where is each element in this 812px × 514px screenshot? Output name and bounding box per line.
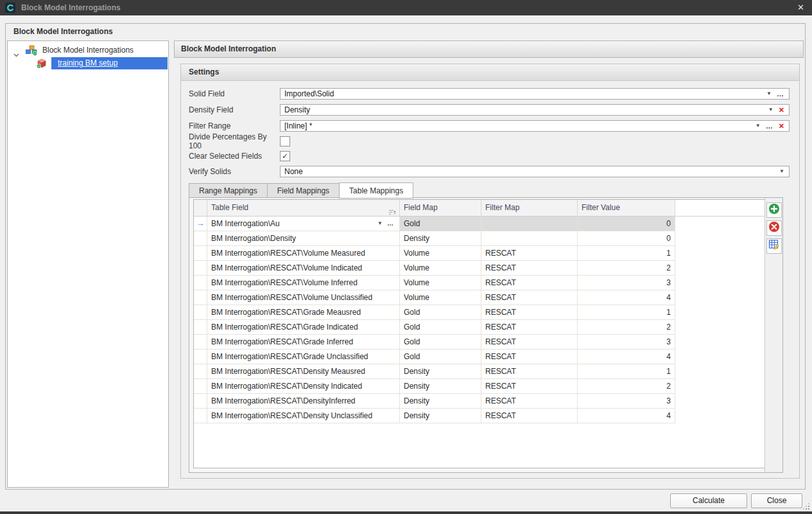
- cell-filter-value[interactable]: 3: [578, 276, 675, 290]
- cell-table-field[interactable]: BM Interrogation\Density: [207, 231, 400, 246]
- cell-table-field[interactable]: BM Interrogation\RESCAT\Density Unclassi…: [207, 409, 400, 423]
- tree-item-label[interactable]: Block Model Interrogations: [42, 46, 134, 55]
- cell-filter-map[interactable]: RESCAT: [481, 276, 578, 290]
- clear-selected-checkbox[interactable]: ✓: [280, 151, 290, 161]
- cell-filter-value[interactable]: 2: [578, 379, 675, 394]
- cell-field-map[interactable]: Gold: [400, 350, 481, 364]
- clear-field-icon[interactable]: ✕: [779, 123, 784, 130]
- cell-filter-value[interactable]: 3: [578, 394, 675, 409]
- cell-filter-map[interactable]: RESCAT: [481, 246, 578, 261]
- cell-field-map[interactable]: Volume: [400, 290, 481, 305]
- cell-table-field[interactable]: BM Interrogation\RESCAT\Volume Inferred: [207, 276, 400, 290]
- close-button[interactable]: Close: [751, 493, 802, 508]
- table-row[interactable]: BM Interrogation\RESCAT\Density Meausred…: [194, 364, 766, 379]
- clear-field-icon[interactable]: ✕: [779, 107, 784, 114]
- cell-field-map[interactable]: Density: [400, 394, 481, 409]
- cell-table-field[interactable]: BM Interrogation\RESCAT\Grade Inferred: [207, 335, 400, 350]
- column-header-filter-map[interactable]: Filter Map: [481, 200, 578, 216]
- table-row[interactable]: BM Interrogation\RESCAT\Grade Unclassifi…: [194, 350, 766, 364]
- cell-filter-value[interactable]: 2: [578, 320, 675, 335]
- cell-field-map[interactable]: Gold: [400, 335, 481, 350]
- solid-field-input[interactable]: Imported\Solid ▼ …: [280, 88, 790, 100]
- cell-field-map[interactable]: Density: [400, 231, 481, 246]
- column-header-field-map[interactable]: Field Map: [400, 200, 481, 216]
- cell-filter-map[interactable]: RESCAT: [481, 290, 578, 305]
- table-row[interactable]: BM Interrogation\RESCAT\Density Indicate…: [194, 379, 766, 394]
- cell-field-map[interactable]: Density: [400, 379, 481, 394]
- ellipsis-button[interactable]: …: [387, 217, 394, 231]
- cell-field-map[interactable]: Density: [400, 364, 481, 379]
- table-row[interactable]: BM Interrogation\RESCAT\Grade IndicatedG…: [194, 320, 766, 335]
- filter-range-input[interactable]: [Inline] * ▼ … ✕: [280, 120, 790, 132]
- close-icon[interactable]: ✕: [797, 0, 804, 15]
- cell-field-map[interactable]: Gold: [400, 217, 481, 231]
- tree-item-training-bm-setup[interactable]: training BM setup: [8, 57, 168, 69]
- tab-range-mappings[interactable]: Range Mappings: [189, 183, 267, 198]
- cell-table-field[interactable]: BM Interrogation\RESCAT\Grade Meausred: [207, 305, 400, 320]
- dropdown-icon[interactable]: ▼: [756, 123, 761, 128]
- verify-solids-select[interactable]: None ▼: [280, 166, 790, 177]
- table-row[interactable]: BM Interrogation\RESCAT\Density Unclassi…: [194, 409, 766, 423]
- add-row-button[interactable]: [766, 202, 782, 218]
- cell-filter-value[interactable]: 2: [578, 261, 675, 276]
- cell-filter-value[interactable]: 1: [578, 305, 675, 320]
- cell-field-map[interactable]: Gold: [400, 320, 481, 335]
- cell-filter-value[interactable]: 1: [578, 364, 675, 379]
- cell-filter-value[interactable]: 3: [578, 335, 675, 350]
- cell-filter-map[interactable]: RESCAT: [481, 379, 578, 394]
- cell-field-map[interactable]: Volume: [400, 276, 481, 290]
- cell-table-field[interactable]: BM Interrogation\RESCAT\Volume Unclassif…: [207, 290, 400, 305]
- cell-filter-value[interactable]: 4: [578, 290, 675, 305]
- ellipsis-button[interactable]: …: [766, 123, 773, 130]
- table-row[interactable]: BM Interrogation\RESCAT\Volume Indicated…: [194, 261, 766, 276]
- sort-icon[interactable]: [388, 205, 396, 216]
- dropdown-icon[interactable]: ▼: [768, 107, 773, 112]
- density-field-input[interactable]: Density ▼ ✕: [280, 104, 790, 116]
- cell-filter-value[interactable]: 4: [578, 409, 675, 423]
- cell-table-field[interactable]: BM Interrogation\RESCAT\Grade Indicated: [207, 320, 400, 335]
- cell-filter-map[interactable]: RESCAT: [481, 350, 578, 364]
- dropdown-icon[interactable]: ▼: [779, 169, 784, 174]
- cell-table-field[interactable]: BM Interrogation\RESCAT\Volume Measured: [207, 246, 400, 261]
- column-header-filter-value[interactable]: Filter Value: [578, 200, 675, 216]
- tree-item-label[interactable]: training BM setup: [51, 57, 168, 69]
- cell-filter-map[interactable]: RESCAT: [481, 261, 578, 276]
- table-row[interactable]: BM Interrogation\RESCAT\Volume MeasuredV…: [194, 246, 766, 261]
- cell-filter-map[interactable]: [481, 231, 578, 246]
- table-row[interactable]: BM Interrogation\RESCAT\Grade InferredGo…: [194, 335, 766, 350]
- cell-field-map[interactable]: Gold: [400, 305, 481, 320]
- cell-field-map[interactable]: Volume: [400, 261, 481, 276]
- tab-table-mappings[interactable]: Table Mappings: [339, 182, 413, 199]
- delete-row-button[interactable]: [766, 220, 782, 236]
- tree-item-root[interactable]: Block Model Interrogations: [8, 44, 168, 57]
- cell-filter-map[interactable]: RESCAT: [481, 320, 578, 335]
- table-row[interactable]: BM Interrogation\RESCAT\Volume Unclassif…: [194, 290, 766, 305]
- cell-field-map[interactable]: Volume: [400, 246, 481, 261]
- cell-filter-value[interactable]: 0: [578, 231, 675, 246]
- cell-filter-map[interactable]: RESCAT: [481, 409, 578, 423]
- cell-filter-map[interactable]: [481, 217, 578, 231]
- dropdown-icon[interactable]: ▼: [377, 217, 383, 231]
- cell-filter-map[interactable]: RESCAT: [481, 305, 578, 320]
- cell-field-map[interactable]: Density: [400, 409, 481, 423]
- cell-filter-map[interactable]: RESCAT: [481, 394, 578, 409]
- caret-down-icon[interactable]: [13, 48, 19, 52]
- divide-percentages-checkbox[interactable]: [280, 136, 290, 146]
- table-row[interactable]: →BM Interrogation\Au▼…Gold0: [194, 217, 766, 231]
- cell-table-field[interactable]: BM Interrogation\RESCAT\Density Indicate…: [207, 379, 400, 394]
- table-row[interactable]: BM Interrogation\RESCAT\DensityInferredD…: [194, 394, 766, 409]
- cell-table-field[interactable]: BM Interrogation\RESCAT\Grade Unclassifi…: [207, 350, 400, 364]
- column-header-table-field[interactable]: Table Field: [207, 200, 400, 216]
- table-row[interactable]: BM Interrogation\RESCAT\Grade MeausredGo…: [194, 305, 766, 320]
- cell-table-field[interactable]: BM Interrogation\RESCAT\Volume Indicated: [207, 261, 400, 276]
- cell-filter-map[interactable]: RESCAT: [481, 335, 578, 350]
- dropdown-icon[interactable]: ▼: [766, 91, 772, 96]
- cell-filter-value[interactable]: 0: [578, 217, 675, 231]
- cell-table-field[interactable]: BM Interrogation\RESCAT\Density Meausred: [207, 364, 400, 379]
- tab-field-mappings[interactable]: Field Mappings: [267, 183, 339, 198]
- table-row[interactable]: BM Interrogation\RESCAT\Volume InferredV…: [194, 276, 766, 290]
- cell-filter-map[interactable]: RESCAT: [481, 364, 578, 379]
- cell-table-field[interactable]: BM Interrogation\RESCAT\DensityInferred: [207, 394, 400, 409]
- cell-table-field[interactable]: BM Interrogation\Au▼…: [207, 217, 400, 231]
- ellipsis-button[interactable]: …: [777, 91, 784, 98]
